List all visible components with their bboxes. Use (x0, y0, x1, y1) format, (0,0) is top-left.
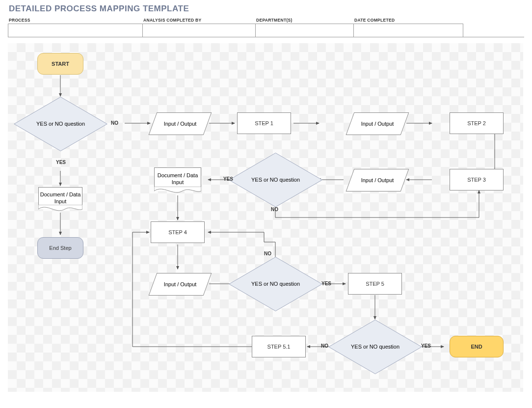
io-2-label: Input / Output (350, 113, 404, 135)
document-1: Document / Data Input (38, 187, 82, 209)
io-3: Input / Output (346, 169, 409, 191)
decision-q3-label: YES or NO question (242, 251, 309, 317)
decision-q3: YES or NO question (242, 251, 309, 317)
header-department-label: DEPARTMENT(S) (255, 17, 353, 24)
header-row: PROCESS ANALYSIS COMPLETED BY DEPARTMENT… (8, 17, 524, 37)
step-5-1: STEP 5.1 (252, 336, 306, 357)
end-node: END (450, 336, 504, 357)
header-date-input[interactable] (353, 24, 463, 37)
header-department-input[interactable] (255, 24, 353, 37)
decision-q4-label: YES or NO question (342, 314, 408, 380)
decision-q4: YES or NO question (342, 314, 408, 380)
label-q2-no: NO (271, 207, 278, 212)
document-2: Document / Data Input (154, 167, 201, 191)
label-q3-yes: YES (321, 281, 331, 286)
start-node: START (37, 53, 83, 75)
step-2: STEP 2 (450, 112, 504, 134)
label-q1-yes: YES (56, 160, 66, 165)
io-4-label: Input / Output (153, 273, 207, 295)
io-4: Input / Output (149, 273, 212, 296)
header-date-label: DATE COMPLETED (353, 17, 463, 24)
label-q3-no: NO (264, 251, 271, 256)
endstep-node: End Step (37, 237, 83, 259)
header-analysis-label: ANALYSIS COMPLETED BY (142, 17, 255, 24)
io-1-label: Input / Output (153, 113, 207, 135)
step-3: STEP 3 (450, 169, 504, 190)
header-analysis-input[interactable] (142, 24, 255, 37)
header-process-input[interactable] (8, 24, 142, 37)
decision-q1-label: YES or NO question (27, 91, 94, 157)
label-q2-yes: YES (223, 176, 233, 182)
decision-q2: YES or NO question (242, 147, 309, 213)
label-q4-yes: YES (421, 343, 431, 349)
io-2: Input / Output (346, 112, 409, 135)
step-4: STEP 4 (151, 221, 205, 243)
decision-q1: YES or NO question (27, 91, 94, 157)
io-1: Input / Output (149, 112, 212, 135)
step-1: STEP 1 (237, 112, 291, 134)
page-title: DETAILED PROCESS MAPPING TEMPLATE (9, 4, 524, 14)
header-process-label: PROCESS (8, 17, 142, 24)
label-q1-no: NO (111, 120, 118, 126)
io-3-label: Input / Output (350, 169, 404, 191)
decision-q2-label: YES or NO question (242, 147, 309, 213)
step-5: STEP 5 (348, 273, 402, 295)
label-q4-no: NO (321, 343, 328, 349)
flowchart-canvas: START YES or NO question NO YES Document… (8, 43, 523, 392)
document-2-label: Document / Data Input (154, 167, 201, 191)
document-1-label: Document / Data Input (38, 187, 82, 209)
